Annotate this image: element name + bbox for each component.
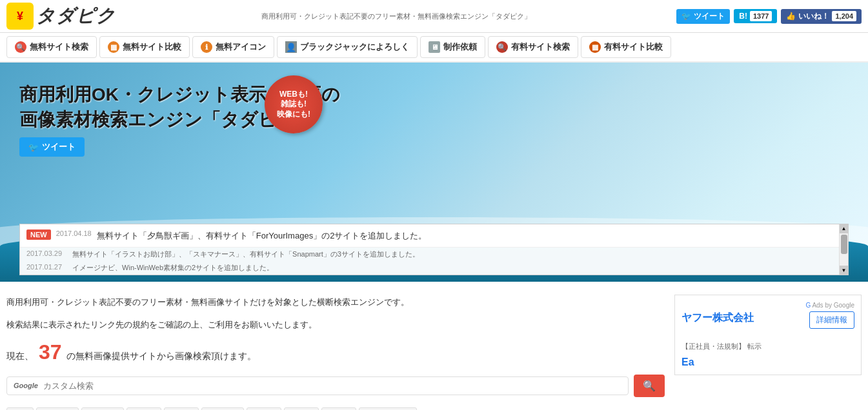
nav-label-6: 有料サイト比較 xyxy=(604,41,663,53)
tag-kodomo[interactable]: 子ども ▶ xyxy=(81,407,124,410)
tag-kyoto[interactable]: 京都 ▶ xyxy=(164,407,199,410)
nav-bar: 🔍 無料サイト検索 ▦ 無料サイト比較 ℹ 無料アイコン 👤 ブラックジャックに… xyxy=(0,33,868,63)
desc-text-2: 検索結果に表示されたリンク先の規約をご確認の上、ご利用をお願いいたします。 xyxy=(6,317,665,332)
twitter-button[interactable]: 🐦 ツイート xyxy=(676,9,730,24)
hero-tweet-button[interactable]: 🐦 ツイート xyxy=(19,137,85,157)
twitter-bird-icon: 🐦 xyxy=(28,142,39,152)
search-input-wrap[interactable]: Google xyxy=(6,376,629,395)
yen-symbol: ¥ xyxy=(17,10,23,23)
hatena-button[interactable]: B! 1377 xyxy=(734,9,777,23)
tag-hinode[interactable]: 日の出 ▶ xyxy=(36,407,79,410)
news-sub-item-1: 2017.01.27 イメージナビ、Win-WinWeb素材集の2サイトを追加し… xyxy=(20,261,848,275)
nav-blackjack[interactable]: 👤 ブラックジャックによろしく xyxy=(277,36,418,58)
nav-label-1: 無料サイト比較 xyxy=(123,41,181,53)
tag-osaka[interactable]: 大阪 ▶ xyxy=(284,407,319,410)
news-scrollbar[interactable]: ▲ ▼ xyxy=(839,224,848,275)
ad-label: G Ads by Google xyxy=(681,302,854,309)
tag-isha[interactable]: 医者 ▶ xyxy=(247,407,281,410)
site-count-text: 現在、 37 の無料画像提供サイトから画像検索頂けます。 xyxy=(6,340,665,364)
tag-gakusei[interactable]: 学生 ▶ xyxy=(126,407,161,410)
ad-sub-text: 【正社員・法規制】 転示 xyxy=(681,342,854,351)
scroll-up-btn[interactable]: ▲ xyxy=(840,224,849,233)
twitter-label: ツイート xyxy=(694,11,725,22)
top-tagline: 商用利用可・クレジット表記不要のフリー素材・無料画像検索エンジン「タダピク」 xyxy=(129,12,663,21)
main-content: 商用利用可・クレジット表記不要のフリー素材・無料画像サイトだけを対象とした横断検… xyxy=(0,282,868,410)
nav-free-site-compare[interactable]: ▦ 無料サイト比較 xyxy=(99,36,190,58)
grid-icon-paid: ▦ xyxy=(589,41,601,53)
tag-texture[interactable]: テクスチャ ▶ xyxy=(359,407,417,410)
news-sub-date-0: 2017.03.29 xyxy=(26,249,62,259)
site-count-number: 37 xyxy=(39,340,62,364)
desc-text-1: 商用利用可・クレジット表記不要のフリー素材・無料画像サイトだけを対象とした横断検… xyxy=(6,295,665,309)
nav-label-0: 無料サイト検索 xyxy=(30,41,88,53)
scroll-thumb[interactable] xyxy=(841,235,847,254)
nav-label-2: 無料アイコン xyxy=(216,41,266,53)
logo-text[interactable]: タダピク xyxy=(36,4,116,28)
ad-google-label: Ads by Google xyxy=(812,302,854,309)
tag-chugoku[interactable]: 中国 ▶ xyxy=(321,407,356,410)
ad-company-row: ヤフー株式会社 詳細情報 xyxy=(681,311,854,329)
nav-label-5: 有料サイト検索 xyxy=(511,41,570,53)
info-icon-orange: ℹ xyxy=(201,41,212,53)
thumbsup-icon: 👍 xyxy=(786,12,796,21)
logo-icon[interactable]: ¥ xyxy=(6,3,34,30)
hatena-label: B! xyxy=(739,12,747,21)
iine-label: いいね！ xyxy=(798,11,829,22)
news-sub-item-0: 2017.03.29 無料サイト「イラストお助け部」、「スキマナース」、有料サイ… xyxy=(20,248,848,261)
site-count-prefix: 現在、 xyxy=(6,351,34,361)
google-logo: Google xyxy=(14,382,38,389)
ad-area: G Ads by Google ヤフー株式会社 詳細情報 【正社員・法規制】 転… xyxy=(674,295,862,375)
news-main-item: NEW 2017.04.18 無料サイト「夕鳥獣ギ画」、有料サイト「ForYou… xyxy=(20,224,848,248)
search-button[interactable]: 🔍 xyxy=(634,375,665,397)
badge-line2: 雑誌も! xyxy=(281,99,307,110)
social-buttons: 🐦 ツイート B! 1377 👍 いいね！ 1,204 xyxy=(676,9,862,24)
news-sub-date-1: 2017.01.27 xyxy=(26,263,62,273)
iine-count: 1,204 xyxy=(832,11,856,21)
tags-area: 窓 ▶ 日の出 ▶ 子ども ▶ 学生 ▶ 京都 ▶ 誕生日 ▶ xyxy=(6,407,665,410)
monitor-icon: 🖥 xyxy=(429,41,440,53)
news-sub-text-0: 無料サイト「イラストお助け部」、「スキマナース」、有料サイト「Snapmart」… xyxy=(72,249,419,259)
badge-line3: 映像にも! xyxy=(277,110,310,120)
search-icon-paid: 🔍 xyxy=(496,41,508,53)
ad-detail-button[interactable]: 詳細情報 xyxy=(809,311,854,329)
ad-company-name: ヤフー株式会社 xyxy=(681,311,754,325)
nav-label-4: 制作依頼 xyxy=(443,41,477,53)
search-icon-red: 🔍 xyxy=(15,41,26,53)
nav-free-icon[interactable]: ℹ 無料アイコン xyxy=(192,36,274,58)
tag-tanjoubi[interactable]: 誕生日 ▶ xyxy=(201,407,244,410)
grid-icon-orange: ▦ xyxy=(108,41,119,53)
news-sub-text-1: イメージナビ、Win-WinWeb素材集の2サイトを追加しました。 xyxy=(72,263,274,273)
twitter-icon: 🐦 xyxy=(681,12,691,21)
iine-button[interactable]: 👍 いいね！ 1,204 xyxy=(781,9,862,24)
person-icon: 👤 xyxy=(285,41,297,53)
news-main-date: 2017.04.18 xyxy=(56,229,92,237)
search-input[interactable] xyxy=(43,381,621,391)
ad-ea-text: Ea xyxy=(681,356,854,368)
scroll-down-btn[interactable]: ▼ xyxy=(840,266,849,275)
logo-area: ¥ タダピク xyxy=(6,3,116,30)
nav-free-site-search[interactable]: 🔍 無料サイト検索 xyxy=(6,36,97,58)
badge-line1: WEBも! xyxy=(279,90,308,100)
top-bar: ¥ タダピク 商用利用可・クレジット表記不要のフリー素材・無料画像検索エンジン「… xyxy=(0,0,868,33)
news-panel: NEW 2017.04.18 無料サイト「夕鳥獣ギ画」、有料サイト「ForYou… xyxy=(19,224,849,276)
google-ad-icon: G xyxy=(805,302,811,309)
tag-mado[interactable]: 窓 ▶ xyxy=(6,407,34,410)
news-main-text: 無料サイト「夕鳥獣ギ画」、有料サイト「ForYourImages」の2サイトを追… xyxy=(97,229,427,242)
nav-paid-site-search[interactable]: 🔍 有料サイト検索 xyxy=(488,36,578,58)
new-badge: NEW xyxy=(26,229,51,240)
news-sub-list: 2017.03.29 無料サイト「イラストお助け部」、「スキマナース」、有料サイ… xyxy=(20,247,848,275)
hero-badge: WEBも! 雑誌も! 映像にも! xyxy=(265,75,323,133)
search-area: Google 🔍 xyxy=(6,375,665,397)
tweet-label: ツイート xyxy=(42,141,76,153)
magnifier-icon: 🔍 xyxy=(643,380,656,391)
nav-paid-site-compare[interactable]: ▦ 有料サイト比較 xyxy=(581,36,671,58)
nav-label-3: ブラックジャックによろしく xyxy=(300,41,409,53)
content-left: 商用利用可・クレジット表記不要のフリー素材・無料画像サイトだけを対象とした横断検… xyxy=(6,295,665,410)
content-right: G Ads by Google ヤフー株式会社 詳細情報 【正社員・法規制】 転… xyxy=(674,295,862,410)
nav-production[interactable]: 🖥 制作依頼 xyxy=(420,36,485,58)
hatena-count: 1377 xyxy=(750,11,772,21)
site-count-suffix: の無料画像提供サイトから画像検索頂けます。 xyxy=(66,351,256,361)
hero-section: 商用利用OK・クレジット表示も不要の 画像素材検索エンジン「タダピク」 🐦 ツイ… xyxy=(0,63,868,282)
